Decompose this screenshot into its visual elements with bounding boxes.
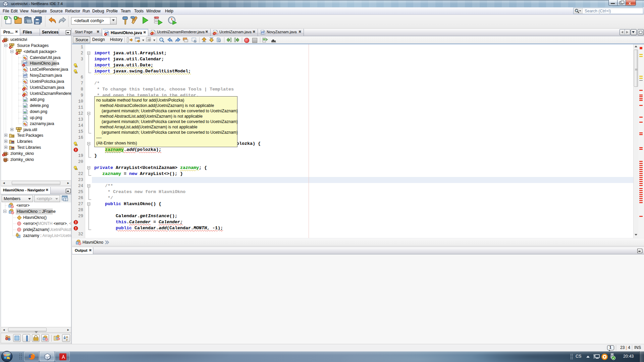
svg-text:1: 1 bbox=[155, 17, 156, 19]
svg-text:Z: Z bbox=[66, 338, 68, 341]
